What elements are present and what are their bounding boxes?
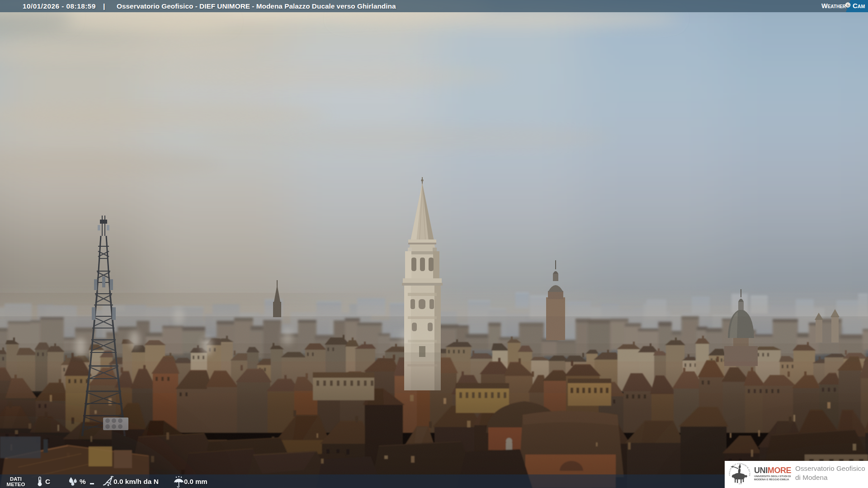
svg-text:WEATHER: WEATHER — [821, 2, 846, 9]
svg-text:1175: 1175 — [739, 482, 742, 485]
